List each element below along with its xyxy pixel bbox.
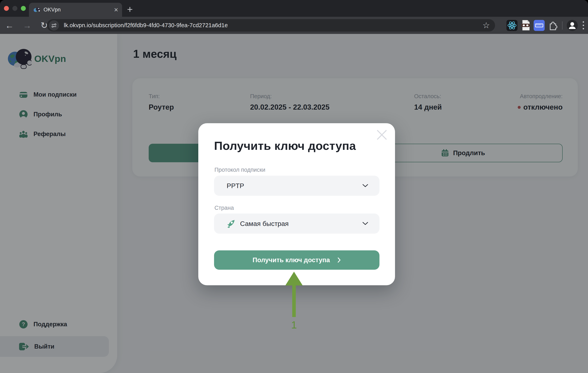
url-text[interactable]: lk.okvpn.io/subscription/f2f6fdb9-4fd0-4… (64, 22, 483, 29)
country-value: Самая быстрая (240, 220, 362, 228)
protocol-value: PPTP (227, 182, 362, 190)
chevron-down-icon (362, 184, 368, 188)
tab-favicon (33, 7, 40, 13)
window-controls (4, 6, 26, 11)
tab-close-icon[interactable]: × (114, 6, 118, 13)
browser-tab-bar: OKVpn × + (0, 0, 588, 17)
browser-tab-okvpn[interactable]: OKVpn × (29, 3, 122, 17)
chevron-right-icon (337, 257, 341, 263)
site-settings-icon[interactable] (49, 20, 59, 31)
annotation-step-number: 1 (285, 319, 303, 331)
modal-title: Получить ключ доступа (214, 139, 356, 153)
annotation-arrow-up (285, 272, 303, 317)
profile-avatar-icon[interactable] (567, 20, 578, 31)
browser-menu-icon[interactable] (581, 21, 586, 29)
bookmark-icon[interactable]: ☆ (483, 21, 490, 30)
minimize-window-button[interactable] (12, 6, 17, 11)
get-access-key-modal: Получить ключ доступа Протокол подписки … (198, 123, 395, 285)
close-window-button[interactable] (4, 6, 9, 11)
ruler-extension-icon[interactable] (534, 20, 545, 31)
new-tab-button[interactable]: + (127, 4, 133, 15)
chevron-down-icon (362, 222, 368, 226)
get-access-key-button[interactable]: Получить ключ доступа (214, 250, 379, 270)
extensions-puzzle-icon[interactable] (548, 20, 558, 31)
protocol-label: Протокол подписки (214, 167, 265, 173)
country-label: Страна (214, 205, 234, 211)
back-icon[interactable]: ← (5, 21, 14, 30)
toolbar-separator (562, 21, 563, 30)
forward-icon[interactable]: → (23, 21, 32, 30)
url-bar[interactable]: lk.okvpn.io/subscription/f2f6fdb9-4fd0-4… (47, 19, 495, 32)
masked-document-extension-icon[interactable] (521, 20, 531, 31)
browser-window: OKVpn × + ← → ↻ lk.okvpn.io/subscription… (0, 0, 588, 373)
get-access-key-button-label: Получить ключ доступа (253, 256, 330, 264)
zoom-window-button[interactable] (21, 6, 26, 11)
page-viewport: OKVpn Мои подписки (0, 34, 588, 373)
rocket-icon (227, 219, 235, 228)
protocol-select[interactable]: PPTP (214, 176, 379, 196)
close-icon[interactable] (376, 129, 388, 141)
react-devtools-icon[interactable] (506, 20, 517, 31)
country-select[interactable]: Самая быстрая (214, 213, 379, 234)
browser-toolbar: ← → ↻ lk.okvpn.io/subscription/f2f6fdb9-… (0, 17, 588, 34)
tab-title: OKVpn (43, 7, 114, 13)
